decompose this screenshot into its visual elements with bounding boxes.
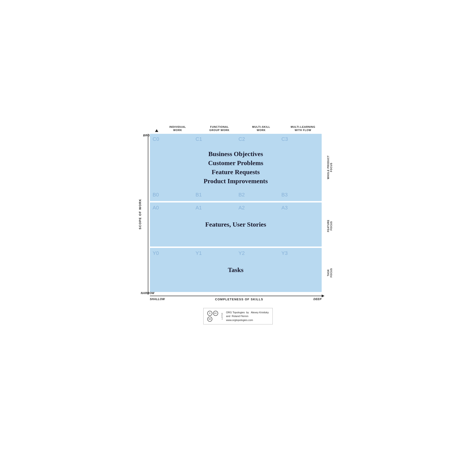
completeness-label: COMPLETENESS OF SKILLS xyxy=(215,298,263,301)
col-header-multilearning: MULTI-LEARNINGWITH FLOW xyxy=(282,125,324,132)
footer: © BY ND v.0723 ORG Topologies by Alexey … xyxy=(138,308,338,325)
feature-label: FEATUREFOCUS xyxy=(327,220,333,232)
grid-row-y: Y0 Y1 Y2 Y3 Tasks xyxy=(150,248,322,292)
y-cell-labels: Y0 Y1 Y2 Y3 xyxy=(150,250,322,256)
cell-c0: C0 xyxy=(150,136,193,142)
col-header-individual: INDIVIDUALWORK xyxy=(157,125,199,132)
cc-nd-icon: ND xyxy=(207,317,212,322)
scope-of-work-label: SCOPE OF WORK xyxy=(138,134,146,295)
cell-y0: Y0 xyxy=(150,250,193,256)
deep-label: DEEP xyxy=(313,298,321,301)
cell-b3: B3 xyxy=(279,192,322,198)
cc-by-icon: BY xyxy=(213,311,218,316)
col-header-multiskill: MULTI-SKILLWORK xyxy=(240,125,282,132)
a-row-text: Features, User Stories xyxy=(205,220,266,229)
c-row-content: Business Objectives Customer Problems Fe… xyxy=(204,149,268,186)
cell-c2: C2 xyxy=(236,136,279,142)
grid-row-c: C0 C1 C2 C3 B0 B1 B2 B3 xyxy=(150,134,322,201)
cc-icons: © BY ND xyxy=(207,311,218,322)
right-axis: WHOLE PRODUCTFOCUS FEATUREFOCUS TASKFOCU… xyxy=(322,134,338,295)
col-header-functional: FUNCTIONALGROUP WORK xyxy=(199,125,240,132)
cell-c3: C3 xyxy=(279,136,322,142)
cc-icon: © xyxy=(207,311,212,316)
cell-y1: Y1 xyxy=(193,250,236,256)
bottom-axis: SHALLOW COMPLETENESS OF SKILLS DEEP xyxy=(150,296,322,301)
footer-author1: Alexey Krivitsky xyxy=(251,311,269,314)
a-row-content: Features, User Stories xyxy=(205,220,266,229)
right-label-feature: FEATUREFOCUS xyxy=(322,204,338,248)
c-row-text: Business Objectives Customer Problems Fe… xyxy=(204,149,268,186)
footer-by: by xyxy=(246,311,249,314)
right-label-whole-product: WHOLE PRODUCTFOCUS xyxy=(322,134,338,201)
cell-b1: B1 xyxy=(193,192,236,198)
footer-website: www.orgtopologies.com xyxy=(226,319,253,321)
y-row-content: Tasks xyxy=(228,265,244,274)
cell-c1: C1 xyxy=(193,136,236,142)
footer-author2: Roland Flemm xyxy=(232,315,249,318)
footer-org: ORG Topologies xyxy=(226,311,245,314)
c-cell-labels: C0 C1 C2 C3 xyxy=(150,136,322,142)
x-axis-line xyxy=(150,296,322,296)
footer-version: v.0723 xyxy=(221,313,223,319)
bottom-labels: SHALLOW COMPLETENESS OF SKILLS DEEP xyxy=(150,298,322,301)
chart-area: SCOPE OF WORK BROAD NARROW xyxy=(138,134,338,295)
cell-y3: Y3 xyxy=(279,250,322,256)
grid-main: C0 C1 C2 C3 B0 B1 B2 B3 xyxy=(150,134,322,295)
cell-a0: A0 xyxy=(150,205,193,211)
shallow-label: SHALLOW xyxy=(150,298,165,301)
cell-a2: A2 xyxy=(236,205,279,211)
y-row-text: Tasks xyxy=(228,265,244,274)
y-axis-arrow xyxy=(155,129,158,132)
y-axis-line xyxy=(148,134,148,295)
x-axis-arrow xyxy=(322,294,325,297)
cell-a1: A1 xyxy=(193,205,236,211)
b-cell-labels: B0 B1 B2 B3 xyxy=(150,192,322,198)
column-headers: INDIVIDUALWORK FUNCTIONALGROUP WORK MULT… xyxy=(157,125,324,132)
cell-b2: B2 xyxy=(236,192,279,198)
cell-b0: B0 xyxy=(150,192,193,198)
page-container: INDIVIDUALWORK FUNCTIONALGROUP WORK MULT… xyxy=(134,121,343,331)
grid-row-a: A0 A1 A2 A3 Features, User Stories xyxy=(150,202,322,246)
narrow-label: NARROW xyxy=(141,292,155,295)
cell-y2: Y2 xyxy=(236,250,279,256)
footer-text: ORG Topologies by Alexey Krivitsky and R… xyxy=(226,311,269,322)
cell-a3: A3 xyxy=(279,205,322,211)
whole-product-label: WHOLE PRODUCTFOCUS xyxy=(327,155,333,179)
right-label-task: TASKFOCUS xyxy=(322,251,338,295)
a-cell-labels: A0 A1 A2 A3 xyxy=(150,205,322,211)
task-label: TASKFOCUS xyxy=(327,268,333,277)
footer-and: and xyxy=(226,315,230,318)
footer-box: © BY ND v.0723 ORG Topologies by Alexey … xyxy=(203,308,273,325)
